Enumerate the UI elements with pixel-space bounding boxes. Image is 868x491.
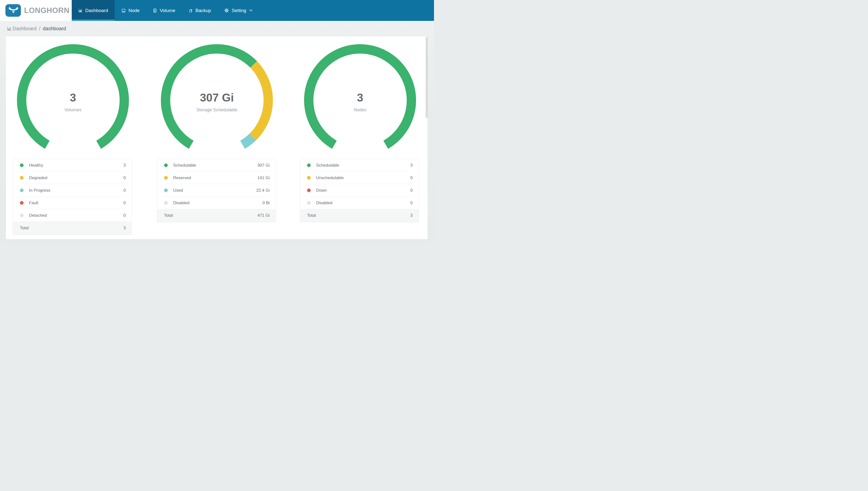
legend-row-schedulable: Schedulable3 [300,159,418,172]
breadcrumb: Dashboard / dashboard [7,21,66,36]
bar-chart-icon [7,26,11,31]
legend-label: Degraded [29,175,48,180]
legend-value: 0 [124,188,126,193]
legend-value: 3 [410,163,413,168]
green-dot-icon [164,164,168,167]
legend-label: Fault [29,201,38,205]
gauge-value: 3 [316,91,404,104]
gauge-label: Volumes [29,107,117,113]
top-navbar: LONGHORN DashboardNodeVolumeBackupSettin… [0,0,434,21]
legend-value: 0 [410,188,413,193]
total-label: Total [20,226,29,231]
legend-label: Detached [29,213,47,218]
legend-row-disabled: Disabled0 [300,197,418,209]
logo[interactable]: LONGHORN [0,0,72,21]
gauge-value: 307 Gi [173,91,261,104]
tab-setting[interactable]: Setting [218,0,259,21]
legend-total-row: Total471 Gi [157,209,276,222]
legend-row-unschedulable: Unschedulable0 [300,172,418,184]
longhorn-bull-icon [5,4,21,17]
red-dot-icon [20,201,24,205]
legend-label: Unschedulable [316,175,344,180]
tab-label: Setting [231,8,246,13]
gray-dot-icon [20,213,24,217]
total-value: 3 [124,226,126,231]
total-label: Total [164,213,173,218]
legend-value: 307 Gi [257,163,270,168]
legend-row-healthy: Healthy3 [13,159,132,172]
legend-row-degraded: Degraded0 [13,172,132,184]
gauge-center-storage: 307 GiStorage Schedulable [173,91,261,113]
green-dot-icon [307,164,311,167]
legend-total-row: Total3 [300,209,418,222]
legend-label: Disabled [316,201,332,205]
dashboard-card: 3VolumesHealthy3Degraded0In Progress0Fau… [6,36,428,239]
legend-value: 0 Bi [262,201,270,205]
total-label: Total [307,213,316,218]
legend-row-fault: Fault0 [13,197,132,209]
teal-dot-icon [164,189,168,192]
breadcrumb-separator: / [39,26,40,31]
gear-icon [224,8,229,13]
legend-label: Used [173,188,183,193]
teal-dot-icon [20,189,24,192]
legend-label: Reserved [173,175,191,180]
total-value: 3 [410,213,413,218]
tab-label: Backup [195,8,211,13]
gauge-center-volumes: 3Volumes [29,91,117,113]
legend-value: 141 Gi [257,175,270,180]
legend-row-in-progress: In Progress0 [13,184,132,197]
legend-value: 0 [410,175,413,180]
yellow-dot-icon [307,176,311,180]
gray-dot-icon [307,201,311,205]
legend-value: 0 [124,213,126,218]
tab-dashboard[interactable]: Dashboard [72,0,115,21]
legend-table-nodes: Schedulable3Unschedulable0Down0Disabled0… [300,159,419,222]
tab-label: Dashboard [85,8,108,13]
longhorn-dashboard-page: LONGHORN DashboardNodeVolumeBackupSettin… [0,0,434,246]
volume-icon [153,8,157,13]
legend-label: In Progress [29,188,50,193]
brand-name: LONGHORN [24,6,69,15]
legend-total-row: Total3 [13,222,132,234]
breadcrumb-dashboard-link[interactable]: Dashboard [12,26,37,31]
breadcrumb-current: dashboard [43,26,66,31]
gray-dot-icon [164,201,168,205]
legend-label: Down [316,188,327,193]
red-dot-icon [307,189,311,192]
tab-node[interactable]: Node [115,0,146,21]
tab-label: Volume [160,8,175,13]
yellow-dot-icon [20,176,24,180]
tab-label: Node [128,8,140,13]
legend-row-reserved: Reserved141 Gi [157,172,276,184]
chevron-down-icon [249,9,252,11]
legend-row-down: Down0 [300,184,418,197]
legend-label: Schedulable [316,163,339,168]
tab-volume[interactable]: Volume [146,0,182,21]
gauge-center-nodes: 3Nodes [316,91,404,113]
scrollbar-thumb[interactable] [426,37,428,118]
main-nav: DashboardNodeVolumeBackupSetting [72,0,259,21]
legend-value: 0 [124,201,126,205]
green-dot-icon [20,164,24,167]
legend-value: 0 [410,201,413,205]
bar-chart-icon [79,8,83,12]
tab-backup[interactable]: Backup [182,0,218,21]
legend-label: Healthy [29,163,43,168]
legend-row-schedulable: Schedulable307 Gi [157,159,276,172]
yellow-dot-icon [164,176,168,180]
gauge-label: Storage Schedulable [173,107,261,113]
legend-row-detached: Detached0 [13,209,132,222]
legend-value: 22.4 Gi [256,188,270,193]
gauge-label: Nodes [316,107,404,113]
legend-label: Disabled [173,201,189,205]
backup-icon [189,8,193,13]
legend-table-storage: Schedulable307 GiReserved141 GiUsed22.4 … [157,159,276,222]
total-value: 471 Gi [257,213,270,218]
legend-value: 0 [124,175,126,180]
gauge-value: 3 [29,91,117,104]
legend-label: Schedulable [173,163,196,168]
legend-row-disabled: Disabled0 Bi [157,197,276,209]
legend-row-used: Used22.4 Gi [157,184,276,197]
legend-value: 3 [124,163,126,168]
